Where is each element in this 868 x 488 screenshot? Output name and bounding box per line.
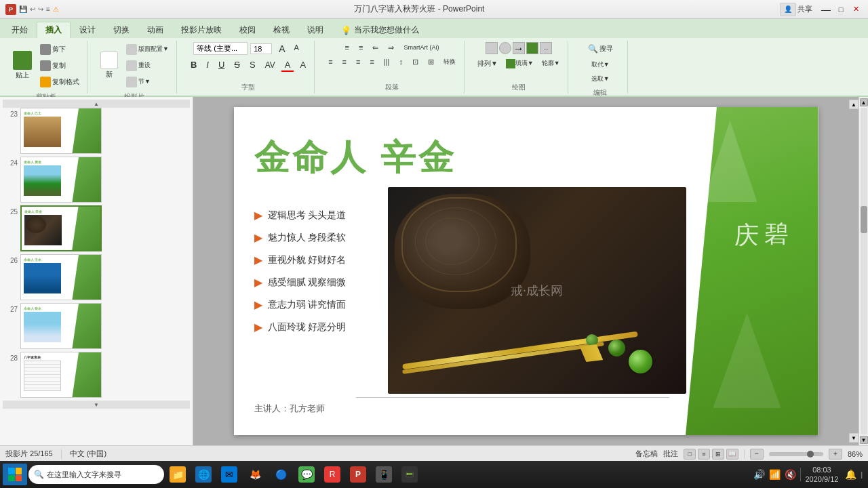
select-button[interactable]: 选取▼ — [588, 73, 613, 85]
tab-help[interactable]: 说明 — [298, 22, 332, 38]
tray-volume[interactable]: 🔇 — [785, 469, 796, 480]
strikethrough-button[interactable]: S — [230, 58, 244, 71]
view-read-btn[interactable]: 📖 — [726, 449, 738, 460]
comments-button[interactable]: 批注 — [663, 449, 678, 459]
tab-search[interactable]: 💡当示我您想做什么 — [332, 22, 428, 38]
slide-item-23[interactable]: 23 金命人 己土 — [3, 108, 190, 154]
panel-scroll-down[interactable]: ▼ — [3, 401, 190, 409]
slide-thumb-28[interactable]: 八字速查表 — [20, 352, 102, 398]
char-spacing-button[interactable]: A — [296, 58, 310, 71]
notes-button[interactable]: 备忘稿 — [635, 449, 658, 459]
scrollbar-thumb[interactable] — [861, 206, 867, 233]
tray-show-desktop[interactable]: | — [861, 471, 863, 479]
view-outline-btn[interactable]: ≡ — [698, 449, 710, 460]
tab-slideshow[interactable]: 投影片放映 — [172, 22, 231, 38]
share-label[interactable]: 共享 — [797, 4, 812, 14]
taskbar-app-device[interactable]: 📟 — [397, 464, 422, 485]
font-family-select[interactable]: 等线 (主要... — [193, 42, 248, 55]
text-direction-button[interactable]: ⊡ — [408, 56, 422, 68]
underline-button[interactable]: U — [214, 58, 229, 71]
view-normal-btn[interactable]: □ — [684, 449, 696, 460]
slide-thumb-26[interactable]: 水命人 壬水 — [20, 254, 102, 300]
zoom-in-button[interactable]: + — [829, 449, 842, 460]
slide-item-27[interactable]: 27 水命人 癸水 — [3, 303, 190, 349]
shape-more[interactable]: ... — [540, 42, 552, 54]
shape-fill[interactable] — [526, 42, 538, 54]
replace-button[interactable]: 取代▼ — [588, 58, 613, 71]
taskbar-app-wechat[interactable]: 💬 — [294, 464, 319, 485]
slide-thumb-27[interactable]: 水命人 癸水 — [20, 303, 102, 349]
paste-button[interactable]: 贴上 — [9, 49, 35, 82]
font-increase-button[interactable]: A — [275, 42, 289, 56]
decrease-indent-button[interactable]: ⇐ — [368, 42, 382, 54]
reset-slide-button[interactable]: 重设 — [123, 58, 172, 73]
shape-circle[interactable] — [499, 42, 511, 54]
titlebar-controls[interactable]: 👤 共享 — □ ✕ — [780, 3, 863, 16]
bullets-button[interactable]: ≡ — [341, 42, 353, 53]
tab-view[interactable]: 检视 — [264, 22, 298, 38]
tray-network[interactable]: 🔊 — [753, 469, 765, 480]
zoom-slider-thumb[interactable] — [807, 451, 814, 458]
minimize-button[interactable]: — — [819, 3, 833, 16]
maximize-button[interactable]: □ — [834, 3, 848, 16]
line-spacing-button[interactable]: ↕ — [395, 56, 407, 67]
copy-button[interactable]: 复制 — [37, 58, 83, 73]
slide-thumb-25[interactable]: 金命人 辛金 — [20, 205, 102, 251]
font-color-button[interactable]: A — [281, 58, 295, 72]
align-center-button[interactable]: ≡ — [338, 56, 351, 67]
new-slide-button[interactable]: 新 — [97, 49, 121, 81]
justify-button[interactable]: ≡ — [366, 56, 378, 67]
shadow-button[interactable]: S — [245, 58, 260, 71]
tab-home[interactable]: 开始 — [3, 22, 37, 38]
increase-indent-button[interactable]: ⇒ — [384, 42, 398, 54]
outline-button[interactable]: 轮廓▼ — [538, 57, 564, 70]
slide-item-28[interactable]: 28 八字速查表 — [3, 352, 190, 398]
tab-insert[interactable]: 插入 — [37, 22, 71, 38]
align-right-button[interactable]: ≡ — [352, 56, 364, 67]
zoom-level[interactable]: 86% — [848, 450, 863, 458]
align-left-button[interactable]: ≡ — [324, 56, 336, 67]
tray-clock[interactable]: 08:03 2020/9/12 — [805, 465, 838, 485]
arrange-button[interactable]: 排列▼ — [474, 57, 501, 70]
numbering-button[interactable]: ≡ — [355, 42, 367, 53]
scrollbar-up-arrow[interactable]: ▲ — [860, 98, 868, 106]
taskbar-app-files[interactable]: 📁 — [165, 464, 190, 485]
taskbar-app-red[interactable]: R — [320, 464, 344, 485]
slide-thumb-23[interactable]: 金命人 己土 — [20, 108, 102, 154]
close-button[interactable]: ✕ — [849, 3, 863, 16]
taskbar-app-tablet[interactable]: 📱 — [372, 464, 396, 485]
align-text-button[interactable]: ⊞ — [424, 56, 438, 68]
bold-button[interactable]: B — [186, 58, 201, 71]
slide-item-26[interactable]: 26 水命人 壬水 — [3, 254, 190, 300]
tab-animation[interactable]: 动画 — [138, 22, 172, 38]
slide-layout-button[interactable]: 版面配置▼ — [123, 42, 172, 57]
slide-item-25[interactable]: 25 金命人 辛金 — [3, 205, 190, 251]
tray-battery[interactable]: 📶 — [769, 469, 781, 480]
taskbar-app-firefox[interactable]: 🦊 — [243, 464, 267, 485]
taskbar-app-ie[interactable]: 🌐 — [191, 464, 216, 485]
format-painter-button[interactable]: 复制格式 — [37, 75, 83, 89]
slide-thumb-24[interactable]: 金命人 庚金 — [20, 157, 102, 203]
fill-color-button[interactable]: 填满▼ — [502, 57, 537, 70]
cut-button[interactable]: 剪下 — [37, 42, 83, 57]
shape-arrow[interactable]: → — [513, 42, 525, 54]
shape-rect[interactable] — [486, 42, 498, 54]
start-button[interactable] — [3, 464, 27, 485]
panel-scroll-up[interactable]: ▲ — [3, 100, 190, 108]
canvas-scroll-down[interactable]: ▼ — [849, 433, 859, 443]
view-grid-btn[interactable]: ⊞ — [712, 449, 724, 460]
account-icon[interactable]: 👤 — [780, 3, 796, 16]
taskbar-app-ppt[interactable]: P — [346, 464, 370, 485]
smart-art-button[interactable]: SmartArt (Ai) — [399, 43, 443, 52]
taskbar-search[interactable]: 🔍 在这里输入文字来搜寻 — [28, 465, 164, 484]
find-button[interactable]: 🔍 搜寻 — [585, 42, 616, 56]
section-button[interactable]: 节▼ — [123, 75, 172, 89]
italic-button[interactable]: I — [202, 58, 213, 71]
scrollbar-track[interactable] — [861, 108, 867, 434]
convert-button[interactable]: 转换 — [439, 56, 460, 68]
font-size-select[interactable]: 18 — [250, 43, 272, 54]
tray-notification[interactable]: 🔔 — [845, 469, 856, 480]
font-spacing-button[interactable]: AV — [261, 59, 279, 71]
taskbar-app-chrome[interactable]: 🔵 — [269, 464, 293, 485]
zoom-slider[interactable] — [769, 452, 823, 456]
